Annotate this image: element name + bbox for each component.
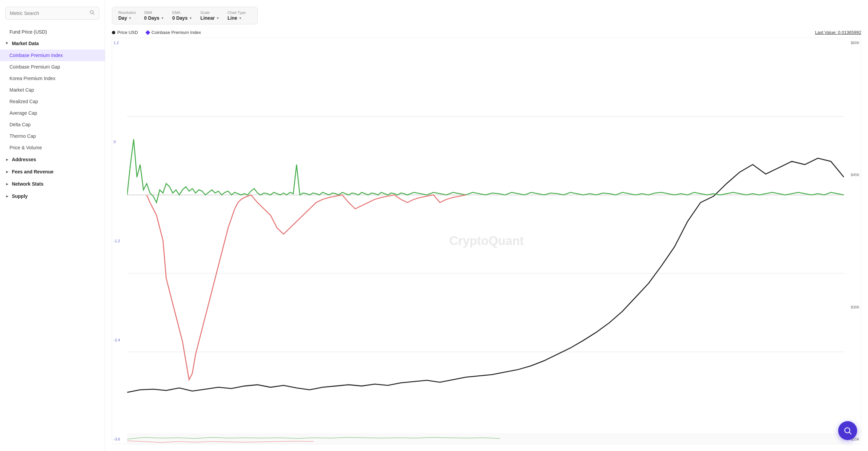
y-left-2: -1.2 xyxy=(114,239,126,243)
sma-control: SMA 0 Days ▼ xyxy=(144,11,164,21)
metric-search-box[interactable] xyxy=(5,7,99,20)
legend-premium-diamond xyxy=(145,30,150,35)
chart-container[interactable]: 1.2 0 -1.2 -2.4 -3.6 $60K $45K $30K $15K xyxy=(112,38,861,444)
sidebar-section-label-supply: Supply xyxy=(12,193,28,199)
metric-search-input[interactable] xyxy=(10,11,90,16)
sidebar-section-label-market-data: Market Data xyxy=(12,41,39,46)
chevron-fees-icon: ► xyxy=(5,170,9,174)
sma-select[interactable]: 0 Days ▼ xyxy=(144,15,164,21)
y-right-0: $60K xyxy=(845,41,860,45)
sidebar-section-label-fees: Fees and Revenue xyxy=(12,169,54,174)
sma-label: SMA xyxy=(144,11,164,15)
sidebar-item-fund-price[interactable]: Fund Price (USD) xyxy=(0,26,105,37)
y-left-3: -2.4 xyxy=(114,338,126,342)
mini-chart[interactable] xyxy=(127,434,844,444)
chevron-addresses-icon: ► xyxy=(5,157,9,162)
sidebar-section-market-data[interactable]: ► Market Data xyxy=(0,37,105,50)
sidebar-item-thermo-cap[interactable]: Thermo Cap xyxy=(0,130,105,142)
last-value: Last Value: 0.01365992 xyxy=(815,30,861,35)
svg-point-0 xyxy=(90,11,93,14)
ema-label: EMA xyxy=(172,11,192,15)
legend-price-label: Price USD xyxy=(117,30,138,35)
sidebar-section-label-addresses: Addresses xyxy=(12,157,36,162)
y-left-0: 1.2 xyxy=(114,41,126,45)
resolution-select[interactable]: Day ▼ xyxy=(118,15,136,21)
sidebar-item-realized-cap[interactable]: Realized Cap xyxy=(0,96,105,107)
sidebar-section-market-data-items: Coinbase Premium Index Coinbase Premium … xyxy=(0,50,105,153)
chart-header: Price USD Coinbase Premium Index Last Va… xyxy=(112,30,861,35)
resolution-caret-icon: ▼ xyxy=(129,16,132,20)
sma-value: 0 Days xyxy=(144,15,159,21)
scale-control: Scale Linear ▼ xyxy=(200,11,219,21)
sidebar-section-fees-revenue[interactable]: ► Fees and Revenue xyxy=(0,166,105,178)
sidebar-section-network-stats[interactable]: ► Network Stats xyxy=(0,178,105,190)
chevron-market-data-icon: ► xyxy=(5,42,9,45)
chevron-network-icon: ► xyxy=(5,182,9,186)
svg-line-1 xyxy=(93,13,94,15)
search-fab-icon xyxy=(843,426,852,435)
sidebar-section-supply[interactable]: ► Supply xyxy=(0,190,105,202)
mini-chart-svg xyxy=(127,434,844,444)
sidebar-section-label-network: Network Stats xyxy=(12,181,43,187)
ema-select[interactable]: 0 Days ▼ xyxy=(172,15,192,21)
svg-line-8 xyxy=(849,432,851,434)
y-left-1: 0 xyxy=(114,140,126,144)
chart-svg xyxy=(127,38,844,430)
chart-type-select[interactable]: Line ▼ xyxy=(228,15,246,21)
sidebar-item-price-volume[interactable]: Price & Volume xyxy=(0,142,105,153)
svg-point-7 xyxy=(845,428,850,433)
chart-type-caret-icon: ▼ xyxy=(239,16,242,20)
sidebar-item-korea-premium-index[interactable]: Korea Premium Index xyxy=(0,73,105,84)
sidebar-item-market-cap[interactable]: Market Cap xyxy=(0,84,105,96)
y-left-4: -3.6 xyxy=(114,437,126,441)
sma-caret-icon: ▼ xyxy=(161,16,164,20)
chart-legend: Price USD Coinbase Premium Index xyxy=(112,30,201,35)
search-fab[interactable] xyxy=(838,421,857,440)
chart-type-label: Chart Type xyxy=(228,11,246,15)
sidebar-item-delta-cap[interactable]: Delta Cap xyxy=(0,119,105,130)
sidebar-section-addresses[interactable]: ► Addresses xyxy=(0,153,105,166)
resolution-control: Resolution Day ▼ xyxy=(118,11,136,21)
scale-caret-icon: ▼ xyxy=(216,16,219,20)
legend-price-dot xyxy=(112,31,115,34)
ema-caret-icon: ▼ xyxy=(189,16,192,20)
search-icon xyxy=(90,10,95,17)
y-axis-right: $60K $45K $30K $15K xyxy=(844,38,861,444)
resolution-label: Resolution xyxy=(118,11,136,15)
controls-bar: Resolution Day ▼ SMA 0 Days ▼ EMA 0 Days… xyxy=(112,7,258,24)
legend-coinbase-premium: Coinbase Premium Index xyxy=(146,30,201,35)
y-axis-left: 1.2 0 -1.2 -2.4 -3.6 xyxy=(112,38,127,444)
y-right-2: $30K xyxy=(845,305,860,309)
sidebar-item-coinbase-premium-gap[interactable]: Coinbase Premium Gap xyxy=(0,61,105,73)
sidebar-item-coinbase-premium-index[interactable]: Coinbase Premium Index xyxy=(0,50,105,61)
y-right-1: $45K xyxy=(845,173,860,177)
chevron-supply-icon: ► xyxy=(5,194,9,198)
chart-type-value: Line xyxy=(228,15,237,21)
ema-value: 0 Days xyxy=(172,15,188,21)
legend-premium-label: Coinbase Premium Index xyxy=(152,30,201,35)
sidebar: Fund Price (USD) ► Market Data Coinbase … xyxy=(0,0,105,451)
ema-control: EMA 0 Days ▼ xyxy=(172,11,192,21)
resolution-value: Day xyxy=(118,15,127,21)
sidebar-item-average-cap[interactable]: Average Cap xyxy=(0,107,105,119)
main-content: Resolution Day ▼ SMA 0 Days ▼ EMA 0 Days… xyxy=(105,0,868,451)
legend-price-usd: Price USD xyxy=(112,30,138,35)
chart-type-control: Chart Type Line ▼ xyxy=(228,11,246,21)
scale-select[interactable]: Linear ▼ xyxy=(200,15,219,21)
scale-value: Linear xyxy=(200,15,215,21)
scale-label: Scale xyxy=(200,11,219,15)
